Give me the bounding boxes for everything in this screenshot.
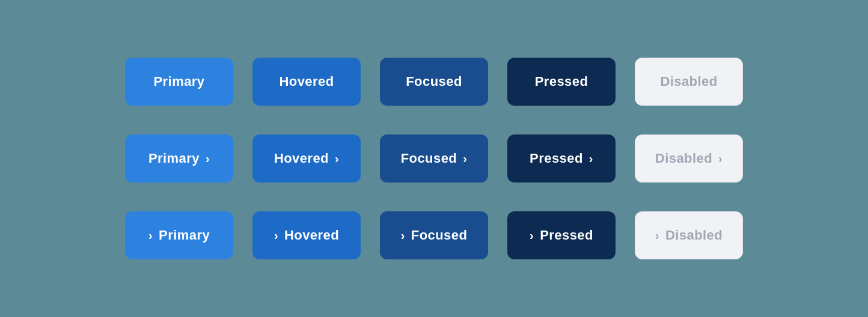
row-basic: Primary Hovered Focused Pressed Disabled (125, 58, 743, 106)
button-focused-icon-left[interactable]: › Focused (380, 211, 488, 259)
button-label: Focused (401, 151, 457, 166)
button-showcase: Primary Hovered Focused Pressed Disabled… (89, 34, 779, 283)
chevron-right-icon: › (206, 152, 210, 165)
button-hovered-icon-right[interactable]: Hovered › (252, 134, 361, 183)
button-label: Pressed (530, 151, 583, 166)
chevron-right-icon: › (463, 152, 467, 165)
button-disabled-icon-left: › Disabled (635, 211, 743, 259)
button-pressed-icon-left[interactable]: › Pressed (507, 211, 616, 259)
button-hovered-basic[interactable]: Hovered (252, 58, 361, 106)
chevron-left-icon: › (655, 229, 659, 241)
chevron-left-icon: › (401, 229, 405, 241)
button-primary-icon-right[interactable]: Primary › (125, 134, 233, 183)
button-label: Hovered (279, 74, 334, 89)
row-icon-left: › Primary › Hovered › Focused › Pressed … (125, 211, 743, 259)
chevron-right-icon: › (589, 152, 593, 165)
chevron-left-icon: › (530, 229, 534, 241)
button-label: Disabled (655, 151, 712, 166)
button-label: Hovered (284, 228, 339, 243)
button-pressed-icon-right[interactable]: Pressed › (507, 134, 616, 183)
button-primary-icon-left[interactable]: › Primary (125, 211, 233, 259)
button-label: Hovered (274, 151, 329, 166)
chevron-left-icon: › (148, 229, 153, 241)
button-label: Focused (406, 74, 462, 89)
button-disabled-basic: Disabled (635, 58, 743, 106)
button-focused-icon-right[interactable]: Focused › (380, 134, 488, 183)
button-label: Pressed (535, 74, 588, 89)
button-label: Primary (159, 228, 210, 243)
chevron-right-icon: › (718, 152, 723, 165)
button-pressed-basic[interactable]: Pressed (507, 58, 616, 106)
button-label: Pressed (540, 228, 593, 243)
button-label: Disabled (665, 228, 723, 243)
button-focused-basic[interactable]: Focused (380, 58, 488, 106)
button-disabled-icon-right: Disabled › (635, 134, 743, 183)
button-label: Disabled (660, 74, 717, 89)
chevron-right-icon: › (335, 152, 339, 165)
button-label: Focused (411, 228, 468, 243)
row-icon-right: Primary › Hovered › Focused › Pressed › … (125, 134, 743, 183)
chevron-left-icon: › (274, 229, 278, 241)
button-primary-basic[interactable]: Primary (125, 58, 233, 106)
button-label: Primary (153, 74, 204, 89)
button-hovered-icon-left[interactable]: › Hovered (252, 211, 361, 259)
button-label: Primary (148, 151, 200, 166)
